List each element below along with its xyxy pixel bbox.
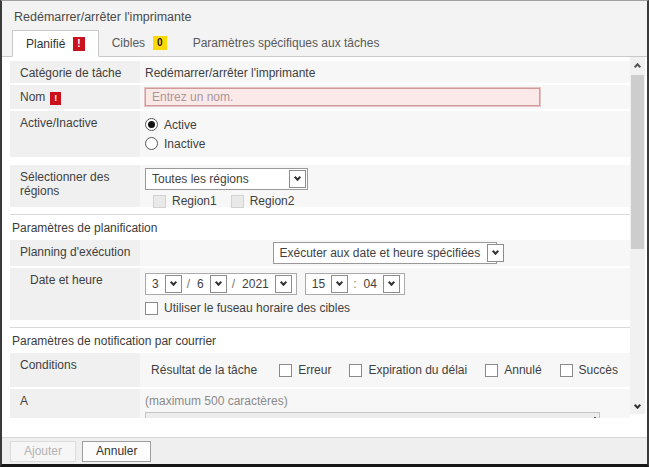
radio-active[interactable]: Active [145, 118, 624, 132]
footer-bar: Ajouter Annuler [2, 437, 647, 464]
datetime-label: Date et heure [10, 268, 140, 320]
checkbox-erreur-label: Erreur [298, 363, 331, 377]
checkbox-region1-control [153, 195, 166, 208]
error-count-badge: ! [73, 37, 84, 51]
tab-content: Catégorie de tâche Redémarrer/arrêter l'… [2, 57, 647, 437]
month-select[interactable] [165, 275, 182, 293]
add-button[interactable]: Ajouter [10, 441, 76, 462]
cancel-button[interactable]: Annuler [82, 441, 151, 462]
tab-cibles-label: Cibles [112, 36, 145, 50]
form-scroll-area: Catégorie de tâche Redémarrer/arrêter l'… [10, 61, 630, 418]
scroll-down-icon[interactable] [630, 398, 645, 414]
checkbox-annule[interactable]: Annulé [485, 363, 541, 377]
name-input[interactable] [145, 88, 540, 106]
checkbox-region2-label: Region2 [250, 194, 295, 208]
minute-select[interactable] [383, 275, 400, 293]
row-active-state: Active/Inactive Active Inactive [10, 111, 630, 157]
checkbox-region1-label: Region1 [172, 194, 217, 208]
date-select-group: 3 / 6 / 2021 [145, 273, 297, 295]
row-execution-planning: Planning d'exécution Exécuter aux date e… [10, 240, 630, 266]
to-textarea[interactable] [145, 412, 600, 418]
dialog-title: Redémarrer/arrêter l'imprimante [2, 1, 647, 29]
row-datetime: Date et heure 3 / 6 / 2021 [10, 268, 630, 320]
checkbox-region2: Region2 [231, 194, 295, 208]
name-error-icon: ! [50, 92, 61, 105]
day-select[interactable] [210, 275, 227, 293]
task-category-value: Redémarrer/arrêter l'imprimante [145, 64, 624, 80]
year-value: 2021 [239, 277, 272, 291]
section-notification-title: Paramètres de notification par courrier [10, 327, 630, 353]
scrollbar-thumb[interactable] [631, 75, 644, 249]
execution-planning-arrow-icon[interactable] [487, 244, 504, 262]
execution-planning-select[interactable]: Exécuter aux date et heure spécifiées [273, 242, 497, 264]
vertical-scrollbar[interactable] [630, 57, 645, 414]
row-conditions: Conditions Résultat de la tâche Erreur E… [10, 353, 630, 387]
section-schedule-title: Paramètres de planification [10, 214, 630, 240]
to-max-chars-hint: (maximum 500 caractères) [145, 392, 624, 412]
checkbox-expiration-label: Expiration du délai [368, 363, 467, 377]
active-state-label: Active/Inactive [10, 111, 140, 157]
checkbox-erreur[interactable]: Erreur [279, 363, 331, 377]
conditions-sub-label: Résultat de la tâche [151, 363, 257, 377]
checkbox-timezone[interactable]: Utiliser le fuseau horaire des cibles [145, 301, 624, 315]
tab-bar: Planifié ! Cibles 0 Paramètres spécifiqu… [2, 29, 647, 57]
name-label: Nom! [10, 85, 140, 109]
regions-label: Sélectionner des régions [10, 165, 140, 207]
row-name: Nom! [10, 85, 630, 109]
checkbox-annule-control[interactable] [485, 364, 498, 377]
minute-value: 04 [360, 277, 379, 291]
checkbox-timezone-label: Utiliser le fuseau horaire des cibles [164, 301, 350, 315]
tab-cibles[interactable]: Cibles 0 [99, 29, 180, 56]
day-value: 6 [194, 277, 207, 291]
checkbox-erreur-control[interactable] [279, 364, 292, 377]
checkbox-succes-control[interactable] [560, 364, 573, 377]
checkbox-expiration-control[interactable] [349, 364, 362, 377]
task-dialog: Redémarrer/arrêter l'imprimante Planifié… [0, 0, 649, 467]
radio-active-control[interactable] [145, 118, 158, 131]
checkbox-timezone-control[interactable] [145, 302, 158, 315]
textarea-scroll-up-icon[interactable] [594, 417, 596, 418]
checkbox-annule-label: Annulé [504, 363, 541, 377]
radio-active-label: Active [164, 118, 197, 132]
radio-inactive[interactable]: Inactive [145, 137, 624, 151]
row-to: A (maximum 500 caractères) [10, 389, 630, 418]
regions-select-value: Toutes les régions [146, 172, 255, 186]
hour-value: 15 [309, 277, 328, 291]
regions-select[interactable]: Toutes les régions [145, 168, 308, 190]
radio-inactive-label: Inactive [164, 137, 205, 151]
tab-planifie[interactable]: Planifié ! [12, 30, 99, 57]
execution-planning-value: Exécuter aux date et heure spécifiées [274, 246, 487, 260]
checkbox-succes-label: Succès [579, 363, 618, 377]
time-select-group: 15 : 04 [305, 273, 405, 295]
tab-parametres-specifiques[interactable]: Paramètres spécifiques aux tâches [180, 29, 393, 56]
checkbox-succes[interactable]: Succès [560, 363, 618, 377]
regions-select-arrow-icon[interactable] [289, 170, 306, 188]
checkbox-expiration[interactable]: Expiration du délai [349, 363, 467, 377]
checkbox-region2-control [231, 195, 244, 208]
hour-select[interactable] [331, 275, 348, 293]
execution-planning-label: Planning d'exécution [10, 240, 140, 266]
year-select[interactable] [275, 275, 292, 293]
task-category-label: Catégorie de tâche [10, 61, 140, 83]
month-value: 3 [149, 277, 162, 291]
target-count-badge: 0 [153, 36, 167, 50]
tab-parametres-label: Paramètres spécifiques aux tâches [193, 36, 380, 50]
row-regions: Sélectionner des régions Toutes les régi… [10, 165, 630, 207]
checkbox-region1: Region1 [153, 194, 217, 208]
to-label: A [10, 389, 140, 418]
tab-planifie-label: Planifié [26, 37, 65, 51]
radio-inactive-control[interactable] [145, 137, 158, 150]
row-task-category: Catégorie de tâche Redémarrer/arrêter l'… [10, 61, 630, 83]
conditions-label: Conditions [10, 353, 140, 387]
scroll-up-icon[interactable] [630, 57, 645, 73]
